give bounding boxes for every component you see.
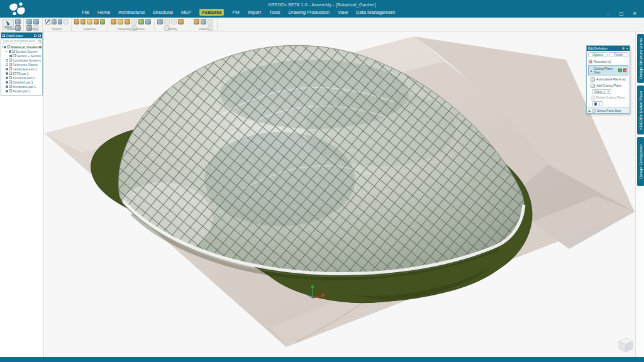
tab-file[interactable]: File: [82, 9, 89, 15]
tree-item[interactable]: Structural.asm:1: [2, 75, 42, 80]
part-icon: [9, 72, 12, 75]
visibility-checkbox[interactable]: [6, 72, 8, 75]
chamfer-button[interactable]: [125, 19, 130, 25]
tree-item[interactable]: Landscape.asm:1: [2, 67, 42, 71]
tab-view[interactable]: View: [338, 9, 348, 15]
twisty-icon[interactable]: ▾: [6, 50, 8, 53]
tree-item[interactable]: Section + Section Link: [2, 53, 42, 58]
live-section-button[interactable]: [33, 19, 39, 25]
rectangular-pattern-button[interactable]: [194, 19, 199, 25]
rounded-row[interactable]: Rounded (s): [587, 58, 630, 65]
tab-design-configurator[interactable]: Design Configurator: [637, 137, 644, 186]
menu-bar: File Home Architectural Structural MEP F…: [82, 9, 395, 16]
tree-item[interactable]: ETFE.par:1: [2, 71, 42, 75]
expand-icon[interactable]: ▶: [589, 109, 591, 112]
associative-plane-row[interactable]: Associative Plane (s): [587, 76, 630, 82]
minimize-button[interactable]: –: [605, 11, 611, 16]
adjust-button[interactable]: [178, 19, 184, 25]
subtract-button[interactable]: [138, 19, 144, 25]
pathfinder-panel: PathFinder Type to find parameters ▾ Bot…: [1, 32, 43, 96]
cutting-plane-step-row[interactable]: ▲ Cutting Plane Step ✓ ✕: [588, 65, 628, 75]
project-edge-button[interactable]: [58, 19, 63, 25]
delete-cutting-plane-row[interactable]: Delete Cutting Plane: [587, 94, 630, 101]
visibility-checkbox[interactable]: [6, 81, 8, 84]
tab-drawing-production[interactable]: Drawing Production: [288, 9, 329, 15]
tab-import[interactable]: Import: [248, 9, 261, 15]
tab-mep[interactable]: MEP: [181, 9, 191, 15]
tree-item[interactable]: Membrane.par:1: [2, 84, 42, 89]
visibility-checkbox[interactable]: [6, 68, 8, 70]
3d-viewport[interactable]: [45, 31, 635, 357]
tree-item[interactable]: Terrain.par:1: [2, 89, 42, 93]
finish-button[interactable]: Finish: [609, 52, 628, 57]
pin-icon[interactable]: [34, 35, 36, 37]
maximize-button[interactable]: ▢: [618, 11, 625, 16]
rotate-button[interactable]: [164, 19, 170, 25]
tree-item[interactable]: Gridshell.par:1: [2, 80, 42, 84]
tab-features[interactable]: Features: [199, 9, 224, 16]
tree-item[interactable]: ▾ Surface Domes: [2, 49, 42, 53]
visibility-checkbox[interactable]: [6, 85, 8, 88]
tab-home[interactable]: Home: [97, 9, 110, 15]
tree-item[interactable]: Reference Planes: [2, 62, 42, 67]
collapse-icon[interactable]: ▲: [590, 69, 592, 72]
tab-design-structure-matrix[interactable]: Design Structure Matrix: [637, 34, 644, 83]
pathfinder-search[interactable]: Type to find parameters: [1, 38, 42, 44]
tab-data-management[interactable]: Data Management: [356, 9, 395, 15]
visibility-checkbox[interactable]: [9, 55, 12, 57]
ribbon-group-assembly-features: Assembly Features: [108, 18, 155, 31]
plane-color-dropdown[interactable]: ▼: [592, 101, 602, 106]
line-button[interactable]: [45, 19, 50, 25]
tree-item[interactable]: ▾ Botanical_Garden Master Assembly.asm: [2, 45, 42, 49]
view-cube-icon[interactable]: [619, 338, 633, 352]
tab-pm[interactable]: PM: [232, 9, 239, 15]
accept-button[interactable]: ✓: [618, 69, 621, 72]
window-title: KREODs BETA 1.0 - Assembly - [Botanical_…: [0, 3, 644, 7]
ribbon-group-sketch: Sketch: [43, 18, 72, 31]
extrude-button[interactable]: [74, 19, 79, 25]
add-cutting-plane-row[interactable]: Add Cutting Plane: [587, 82, 630, 89]
visibility-checkbox[interactable]: [6, 59, 8, 62]
coordinate-system-button[interactable]: [26, 19, 32, 25]
visibility-checkbox[interactable]: [6, 90, 8, 92]
intersect-button[interactable]: [145, 19, 151, 25]
delete-cutting-plane-icon: [591, 96, 595, 100]
help-icon[interactable]: [622, 47, 625, 50]
select-parts-step-row[interactable]: ▶ Select Parts Step: [587, 107, 630, 113]
move-button[interactable]: [157, 19, 163, 25]
sketch-more-button[interactable]: [64, 19, 69, 25]
botanical-garden-model: [45, 31, 635, 357]
thread-button[interactable]: [118, 19, 123, 25]
visibility-checkbox[interactable]: [6, 63, 8, 66]
tab-structural[interactable]: Structural: [153, 9, 173, 15]
options-button[interactable]: Options: [588, 52, 608, 57]
visibility-checkbox[interactable]: [9, 50, 11, 53]
part-icon: [9, 76, 12, 79]
panel-close-icon[interactable]: [38, 35, 41, 37]
sketch-button[interactable]: [52, 19, 57, 25]
visibility-checkbox[interactable]: [6, 77, 8, 79]
mirror-button[interactable]: [201, 19, 206, 25]
select-options-button[interactable]: [15, 19, 21, 25]
ribbon-group-planes: Planes: [24, 18, 43, 31]
circular-pattern-button[interactable]: [208, 19, 213, 25]
close-button[interactable]: ✕: [631, 11, 638, 16]
assembly-cut-button[interactable]: [111, 19, 116, 25]
slot-button[interactable]: [100, 19, 105, 25]
round-button[interactable]: [87, 19, 92, 25]
twisty-icon[interactable]: ▾: [2, 45, 3, 48]
visibility-checkbox[interactable]: [4, 46, 6, 48]
web-network-button[interactable]: [131, 19, 137, 25]
panel-close-icon[interactable]: ×: [626, 47, 628, 50]
tree-item[interactable]: Coordinate Systems: [2, 58, 42, 62]
right-tab-strip: Design Structure Matrix KREODz Market Pl…: [635, 31, 644, 357]
replace-part-button[interactable]: [171, 19, 177, 25]
hole-button[interactable]: [94, 19, 99, 25]
plane-dropdown[interactable]: Plane 1 ▼: [592, 89, 611, 94]
tab-tools[interactable]: Tools: [269, 9, 280, 15]
tab-architectural[interactable]: Architectural: [118, 9, 145, 15]
cancel-button[interactable]: ✕: [623, 69, 626, 72]
tab-kreod-market-place[interactable]: KREODz Market Place: [637, 85, 644, 134]
edit-definition-panel: Edit Definition × Options Finish Rounded…: [586, 45, 630, 114]
cut-button[interactable]: [80, 19, 86, 25]
